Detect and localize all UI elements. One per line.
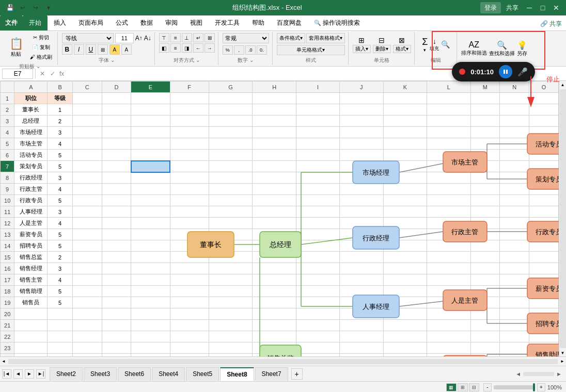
cell-D23[interactable] <box>102 342 131 354</box>
cell-B19[interactable]: 5 <box>48 297 72 308</box>
find-button[interactable]: 🔍 查找和选择 <box>489 40 515 57</box>
cell-J21[interactable] <box>340 320 383 331</box>
cell-G14[interactable] <box>209 240 253 252</box>
cell-L5[interactable] <box>427 138 470 150</box>
cell-K13[interactable] <box>383 229 427 240</box>
cell-C3[interactable] <box>72 116 102 127</box>
cell-M9[interactable] <box>470 184 500 195</box>
cell-B13[interactable]: 5 <box>48 229 72 240</box>
cell-C12[interactable] <box>72 218 102 229</box>
cell-I18[interactable] <box>296 286 339 297</box>
cell-O6[interactable] <box>529 150 559 161</box>
cell-K5[interactable] <box>383 138 427 150</box>
row-header-6[interactable]: 6 <box>1 150 14 161</box>
sheet-tab-sheet8[interactable]: Sheet8 <box>220 367 254 381</box>
row-header-23[interactable]: 23 <box>1 342 14 354</box>
cell-D5[interactable] <box>102 138 131 150</box>
cell-K3[interactable] <box>383 116 427 127</box>
cell-M11[interactable] <box>470 206 500 218</box>
col-header-E[interactable]: E <box>131 81 170 93</box>
bold-button[interactable]: B <box>62 44 72 55</box>
cell-F13[interactable] <box>170 229 209 240</box>
cell-F24[interactable] <box>170 354 209 357</box>
cell-N11[interactable] <box>500 206 529 218</box>
cell-D11[interactable] <box>102 206 131 218</box>
col-header-I[interactable]: I <box>296 81 339 93</box>
cell-G4[interactable] <box>209 127 253 138</box>
cell-H10[interactable] <box>253 195 296 206</box>
cell-I11[interactable] <box>296 206 339 218</box>
table-format-button[interactable]: 套用表格格式▾ <box>306 33 345 43</box>
cell-E6[interactable] <box>131 150 170 161</box>
cell-A13[interactable]: 薪资专员 <box>14 229 48 240</box>
cell-I15[interactable] <box>296 252 339 263</box>
cell-O12[interactable] <box>529 218 559 229</box>
cell-A10[interactable]: 行政专员 <box>14 195 48 206</box>
cell-D1[interactable] <box>102 93 131 104</box>
redo-icon[interactable]: ↪ <box>30 2 41 13</box>
maximize-button[interactable]: □ <box>537 2 548 13</box>
cell-H2[interactable] <box>253 104 296 116</box>
cell-H18[interactable] <box>253 286 296 297</box>
cell-J13[interactable] <box>340 229 383 240</box>
sheet-tab-sheet3[interactable]: Sheet3 <box>84 367 117 381</box>
increase-decimal-button[interactable]: .0 <box>245 45 256 55</box>
cell-J17[interactable] <box>340 274 383 286</box>
cell-D24[interactable] <box>102 354 131 357</box>
cell-M2[interactable] <box>470 104 500 116</box>
cell-F10[interactable] <box>170 195 209 206</box>
cell-B9[interactable]: 4 <box>48 184 72 195</box>
sheet-tab-sheet2[interactable]: Sheet2 <box>50 367 83 381</box>
cell-B11[interactable]: 3 <box>48 206 72 218</box>
scroll-thumb[interactable] <box>560 89 566 348</box>
cell-B5[interactable]: 4 <box>48 138 72 150</box>
cell-C14[interactable] <box>72 240 102 252</box>
row-header-2[interactable]: 2 <box>1 104 14 116</box>
cell-D9[interactable] <box>102 184 131 195</box>
tab-insert[interactable]: 插入 <box>48 15 72 30</box>
cell-D4[interactable] <box>102 127 131 138</box>
cell-G10[interactable] <box>209 195 253 206</box>
cell-B1[interactable]: 等级 <box>48 93 72 104</box>
cell-J2[interactable] <box>340 104 383 116</box>
cell-J15[interactable] <box>340 252 383 263</box>
cell-C24[interactable] <box>72 354 102 357</box>
cell-N19[interactable] <box>500 297 529 308</box>
cell-F15[interactable] <box>170 252 209 263</box>
cell-E20[interactable] <box>131 308 170 320</box>
cell-D2[interactable] <box>102 104 131 116</box>
cell-I7[interactable] <box>296 161 339 172</box>
cell-C8[interactable] <box>72 172 102 184</box>
cell-I24[interactable] <box>296 354 339 357</box>
cell-M14[interactable] <box>470 240 500 252</box>
cell-J7[interactable] <box>340 161 383 172</box>
cell-I1[interactable] <box>296 93 339 104</box>
cell-L6[interactable] <box>427 150 470 161</box>
cell-C22[interactable] <box>72 331 102 342</box>
font-size-input[interactable] <box>115 33 134 43</box>
cell-H14[interactable] <box>253 240 296 252</box>
cell-E8[interactable] <box>131 172 170 184</box>
cell-H23[interactable] <box>253 342 296 354</box>
cell-I13[interactable] <box>296 229 339 240</box>
row-header-12[interactable]: 12 <box>1 218 14 229</box>
zoom-slider[interactable] <box>494 385 535 389</box>
cell-F2[interactable] <box>170 104 209 116</box>
customize-qat-icon[interactable]: ▾ <box>43 2 54 13</box>
cell-G24[interactable] <box>209 354 253 357</box>
cell-K6[interactable] <box>383 150 427 161</box>
cell-K9[interactable] <box>383 184 427 195</box>
tab-baidu[interactable]: 百度网盘 <box>271 15 308 30</box>
cell-N12[interactable] <box>500 218 529 229</box>
cell-I10[interactable] <box>296 195 339 206</box>
save-icon[interactable]: 💾 <box>4 2 15 13</box>
cell-H20[interactable] <box>253 308 296 320</box>
cell-J20[interactable] <box>340 308 383 320</box>
cell-N23[interactable] <box>500 342 529 354</box>
cell-J4[interactable] <box>340 127 383 138</box>
col-header-C[interactable]: C <box>72 81 102 93</box>
row-header-13[interactable]: 13 <box>1 229 14 240</box>
cell-E10[interactable] <box>131 195 170 206</box>
cell-J19[interactable] <box>340 297 383 308</box>
login-button[interactable]: 登录 <box>480 2 501 13</box>
